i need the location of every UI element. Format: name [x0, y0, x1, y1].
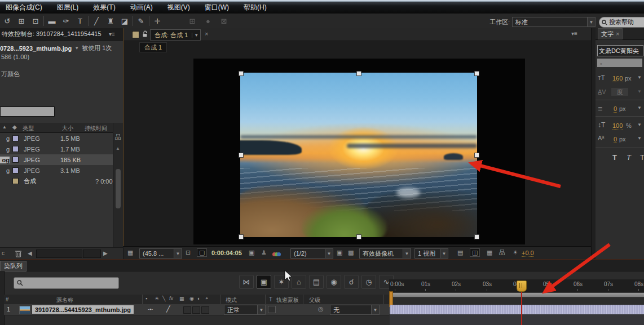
table-row[interactable]: g JPEG 3.1 MB [0, 165, 113, 176]
playhead-marker[interactable] [517, 281, 527, 292]
camera-tool-icon[interactable]: ⊞ [15, 16, 28, 26]
chevron-down-icon[interactable]: ▼ [637, 106, 642, 110]
switch-box[interactable] [192, 306, 200, 314]
parent-dropdown[interactable]: 无 ▼ [330, 305, 380, 315]
film-icon[interactable]: ▦ [487, 250, 492, 256]
layer-image-sunset[interactable] [240, 73, 477, 237]
menu-item-effect[interactable]: 效果(T) [93, 3, 115, 12]
transparency-grid-icon[interactable]: ▩ [348, 250, 354, 256]
scroll-up-icon[interactable]: ▲ [116, 146, 120, 151]
scrollbar-thumb[interactable] [116, 169, 121, 208]
channel-rgb-icon[interactable] [272, 251, 281, 257]
menu-item-animation[interactable]: 动画(A) [130, 3, 153, 12]
font-size-value[interactable]: 160 [612, 75, 623, 82]
scrollbar-track[interactable] [83, 250, 101, 258]
column-size[interactable]: 大小 [62, 124, 73, 132]
magnification-dropdown[interactable]: (45.8 ... ▼ [139, 248, 182, 259]
motion-blur-button[interactable]: ◉ [327, 275, 341, 289]
playhead-line[interactable] [521, 291, 522, 325]
scroll-left-icon[interactable]: ◀ [28, 251, 32, 256]
live-update-button[interactable]: ⌂ [292, 275, 306, 289]
label-swatch[interactable] [12, 146, 19, 152]
menu-item-help[interactable]: 帮助(H) [244, 3, 267, 12]
font-style-dropdown[interactable]: - [597, 59, 642, 67]
column-track-matte[interactable]: 轨道蒙板 [276, 296, 299, 304]
faux-italic-button[interactable]: T [627, 153, 631, 162]
chevron-down-icon[interactable]: ▼ [637, 136, 642, 141]
leading-value[interactable]: 0 [614, 105, 617, 113]
faux-bold-button[interactable]: T [612, 153, 617, 162]
pen-tool-icon[interactable]: ✑ [60, 16, 72, 26]
vertical-scale-value[interactable]: 100 [612, 122, 623, 130]
column-mode[interactable]: 模式 [226, 296, 237, 304]
tab-character[interactable]: 文字 × [598, 28, 623, 39]
shape-tool-icon[interactable]: ▬ [46, 16, 58, 26]
shy-layers-button[interactable]: ✶ [274, 275, 289, 289]
label-color-icon[interactable]: ◆ [12, 124, 17, 130]
scrollbar-track[interactable] [36, 250, 82, 258]
sort-arrow-icon[interactable]: ▲ [2, 125, 7, 130]
tab-render-queue[interactable]: 染队列 [0, 261, 27, 271]
all-caps-button[interactable]: T [640, 153, 644, 162]
comp-name-chip[interactable]: 合成 1 [139, 42, 167, 52]
exposure-value[interactable]: +0.0 [522, 250, 534, 257]
current-timecode[interactable]: 0:00:04:05 [211, 250, 242, 256]
menu-item-window[interactable]: 窗口(W) [205, 3, 229, 12]
video-switch-icon[interactable]: -▪- [148, 306, 153, 312]
chevron-down-icon[interactable]: ▼ [192, 33, 200, 38]
column-duration[interactable]: 持续时间 [85, 124, 107, 132]
type-tool-icon[interactable]: T [74, 16, 86, 26]
help-search-box[interactable]: 搜索帮助 [599, 17, 644, 28]
column-index[interactable]: # [6, 296, 9, 302]
chevron-down-icon[interactable]: ▼ [74, 46, 79, 51]
panel-menu-icon[interactable]: ▾≡ [109, 32, 115, 37]
layer-row[interactable]: 1 3910728...54415923_mthumb.jpg -▪- ╱ 正常… [4, 304, 389, 315]
show-snapshot-icon[interactable]: ♟ [261, 250, 267, 256]
auto-keyframe-button[interactable]: ◷ [361, 275, 376, 289]
column-type[interactable]: 类型 [23, 124, 34, 132]
monitor-icon[interactable]: ▤ [457, 250, 463, 256]
label-swatch[interactable] [12, 157, 19, 163]
selection-handle-top-center[interactable] [356, 71, 361, 76]
menu-item-composition[interactable]: 图像合成(C) [6, 3, 42, 12]
work-area-bar[interactable] [391, 292, 644, 297]
close-icon[interactable]: × [616, 30, 619, 37]
fast-preview-icon[interactable]: ▣ [337, 250, 342, 256]
selection-handle-bottom-right[interactable] [474, 234, 479, 239]
choose-grid-icon[interactable]: ▦ [127, 250, 133, 256]
label-swatch[interactable] [12, 178, 19, 184]
puppet-pin-tool-icon[interactable]: ✛ [151, 16, 164, 26]
layer-name-pill[interactable]: 3910728...54415923_mthumb.jpg [32, 305, 134, 314]
brainstorm-button[interactable]: ☌ [344, 275, 359, 289]
selection-handle-bottom-center[interactable] [356, 234, 361, 239]
panel-menu-icon[interactable]: ▾≡ [571, 31, 577, 37]
baseline-shift-value[interactable]: 0 [614, 136, 617, 143]
workspace-dropdown[interactable]: 标准 ▼ [512, 17, 596, 27]
pan-behind-tool-icon[interactable]: ⊡ [29, 16, 42, 26]
trash-icon[interactable] [15, 250, 22, 257]
column-source-name[interactable]: 源名称 [56, 296, 73, 304]
selection-handle-bottom-left[interactable] [239, 234, 244, 239]
draft-3d-button[interactable]: ▣ [257, 275, 271, 289]
selection-handle-top-right[interactable] [474, 71, 479, 76]
label-swatch[interactable] [12, 135, 19, 141]
exposure-icon[interactable]: ☀ [513, 250, 518, 256]
selection-handle-top-left[interactable] [239, 71, 244, 76]
clone-stamp-tool-icon[interactable]: ♜ [104, 16, 117, 26]
close-icon[interactable]: × [205, 30, 208, 37]
parent-pickwhip-icon[interactable]: ◎ [318, 306, 324, 312]
table-row-selected[interactable]: og JPEG 185 KB [0, 154, 113, 165]
font-family-dropdown[interactable]: 文鼎DC黄阳尖 [597, 45, 643, 56]
effects-progress-bar[interactable] [0, 106, 55, 117]
selection-handle-mid-right[interactable] [474, 153, 479, 158]
marquee-icon[interactable]: ▢ [197, 248, 207, 257]
chevron-down-icon[interactable]: ▼ [637, 123, 642, 127]
scroll-right-icon[interactable]: ▶ [103, 251, 108, 256]
switch-box[interactable] [183, 306, 191, 314]
eraser-tool-icon[interactable]: ◪ [118, 16, 131, 26]
menu-item-layer[interactable]: 图层(L) [57, 3, 79, 12]
roto-brush-tool-icon[interactable]: ✎ [135, 16, 147, 26]
camera-dropdown[interactable]: 有效摄像机 ▼ [359, 248, 411, 259]
brush-tool-icon[interactable]: ╱ [90, 16, 103, 26]
tab-effect-controls[interactable]: 特效控制台: 39107284_1411954415 [0, 30, 109, 38]
